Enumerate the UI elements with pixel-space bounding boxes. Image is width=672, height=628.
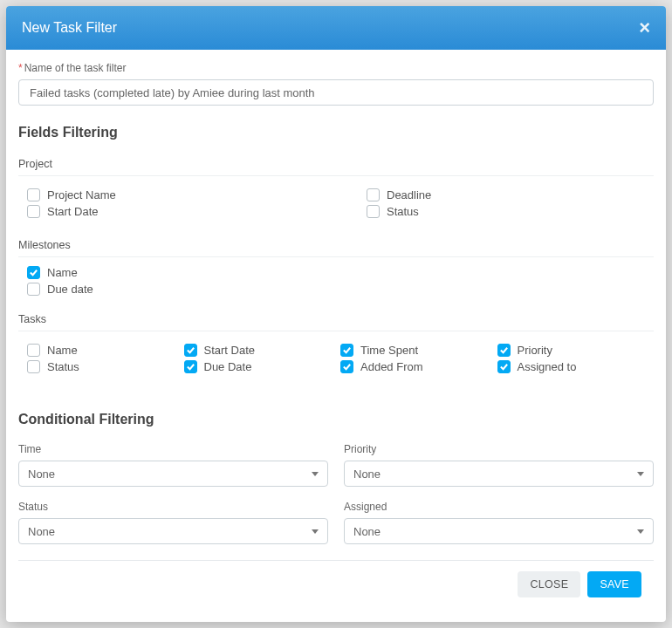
checkbox-label: Added From	[360, 360, 423, 373]
checkbox-task-timespent[interactable]: Time Spent	[340, 344, 497, 357]
checkbox-label: Start Date	[47, 205, 99, 218]
checkbox-box[interactable]	[184, 360, 197, 373]
project-right-col: Deadline Status	[340, 185, 654, 222]
checkbox-box[interactable]	[340, 360, 353, 373]
name-field-label-text: Name of the task filter	[24, 62, 127, 74]
project-left-col: Project Name Start Date	[27, 185, 340, 222]
checkbox-box[interactable]	[27, 283, 40, 296]
checkbox-task-startdate[interactable]: Start Date	[184, 344, 341, 357]
cond-status-col: Status None	[18, 490, 328, 544]
new-task-filter-modal: New Task Filter × *Name of the task filt…	[6, 6, 666, 622]
tasks-group-title: Tasks	[18, 313, 654, 325]
cond-row-1: Time None Priority None	[18, 433, 654, 487]
close-button[interactable]: CLOSE	[518, 571, 580, 597]
milestones-col: Name Due date	[18, 266, 654, 296]
checkbox-label: Priority	[518, 344, 552, 357]
checkbox-box[interactable]	[27, 344, 40, 357]
checkbox-project-status[interactable]: Status	[367, 205, 654, 218]
cond-priority-label: Priority	[344, 443, 654, 455]
filter-name-input[interactable]	[18, 79, 654, 106]
checkbox-label: Due Date	[204, 360, 252, 373]
checkbox-milestone-name[interactable]: Name	[27, 266, 654, 279]
checkbox-label: Time Spent	[360, 344, 418, 357]
checkbox-label: Name	[47, 344, 78, 357]
checkbox-box[interactable]	[367, 188, 380, 201]
cond-time-col: Time None	[18, 433, 328, 487]
tasks-col3: Time Spent Added From	[340, 340, 497, 377]
checkbox-box[interactable]	[27, 266, 40, 279]
cond-assigned-label: Assigned	[344, 501, 654, 513]
checkbox-box[interactable]	[27, 188, 40, 201]
checkbox-project-name[interactable]: Project Name	[27, 188, 340, 201]
assigned-select[interactable]: None	[344, 518, 654, 544]
checkbox-box[interactable]	[27, 360, 40, 373]
time-select[interactable]: None	[18, 461, 328, 487]
status-select[interactable]: None	[18, 518, 328, 544]
checkbox-task-priority[interactable]: Priority	[497, 344, 655, 357]
milestones-group-title: Milestones	[18, 239, 654, 251]
tasks-col2: Start Date Due Date	[184, 340, 341, 377]
conditional-filtering-title: Conditional Filtering	[18, 412, 654, 427]
modal-footer: CLOSE SAVE	[18, 560, 654, 608]
checkbox-project-startdate[interactable]: Start Date	[27, 205, 340, 218]
milestones-separator	[18, 256, 654, 257]
checkbox-project-deadline[interactable]: Deadline	[367, 188, 654, 201]
checkbox-label: Status	[47, 360, 79, 373]
cond-priority-col: Priority None	[344, 433, 654, 487]
checkbox-box[interactable]	[367, 205, 380, 218]
checkbox-label: Deadline	[387, 188, 431, 201]
chevron-down-icon	[312, 472, 319, 476]
chevron-down-icon	[312, 529, 319, 534]
checkbox-task-duedate[interactable]: Due Date	[184, 360, 341, 373]
checkbox-box[interactable]	[340, 344, 353, 357]
close-icon[interactable]: ×	[639, 18, 650, 38]
checkbox-label: Start Date	[204, 344, 256, 357]
tasks-separator	[18, 331, 654, 331]
priority-select-value: None	[353, 468, 381, 481]
modal-header: New Task Filter ×	[6, 6, 666, 50]
checkbox-milestone-duedate[interactable]: Due date	[27, 283, 654, 296]
cond-time-label: Time	[18, 443, 328, 455]
checkbox-label: Status	[387, 205, 419, 218]
checkbox-box[interactable]	[184, 344, 197, 357]
cond-status-label: Status	[18, 501, 328, 513]
project-row: Project Name Start Date Deadline Status	[18, 185, 654, 222]
tasks-col4: Priority Assigned to	[497, 340, 655, 377]
cond-row-2: Status None Assigned None	[18, 490, 654, 544]
checkbox-box[interactable]	[497, 344, 511, 357]
checkbox-task-status[interactable]: Status	[27, 360, 184, 373]
time-select-value: None	[28, 468, 55, 481]
chevron-down-icon	[637, 529, 644, 534]
priority-select[interactable]: None	[344, 461, 654, 487]
modal-body: *Name of the task filter Fields Filterin…	[6, 50, 666, 622]
assigned-select-value: None	[353, 525, 381, 538]
cond-assigned-col: Assigned None	[344, 490, 654, 544]
checkbox-box[interactable]	[497, 360, 511, 373]
checkbox-task-assignedto[interactable]: Assigned to	[497, 360, 655, 373]
tasks-col1: Name Status	[27, 340, 184, 377]
checkbox-label: Project Name	[47, 188, 116, 201]
checkbox-task-name[interactable]: Name	[27, 344, 184, 357]
tasks-row: Name Status Start Date Due Date	[18, 340, 654, 377]
checkbox-task-addedfrom[interactable]: Added From	[340, 360, 497, 373]
project-group-title: Project	[18, 158, 654, 170]
fields-filtering-title: Fields Filtering	[18, 125, 654, 140]
checkbox-label: Due date	[47, 283, 93, 296]
required-star: *	[18, 62, 23, 74]
checkbox-label: Name	[47, 266, 78, 279]
modal-title: New Task Filter	[22, 20, 117, 36]
checkbox-box[interactable]	[27, 205, 40, 218]
status-select-value: None	[28, 525, 55, 538]
save-button[interactable]: SAVE	[587, 571, 641, 597]
project-separator	[18, 175, 654, 176]
chevron-down-icon	[637, 472, 644, 476]
name-field-label: *Name of the task filter	[18, 62, 654, 74]
checkbox-label: Assigned to	[518, 360, 577, 373]
